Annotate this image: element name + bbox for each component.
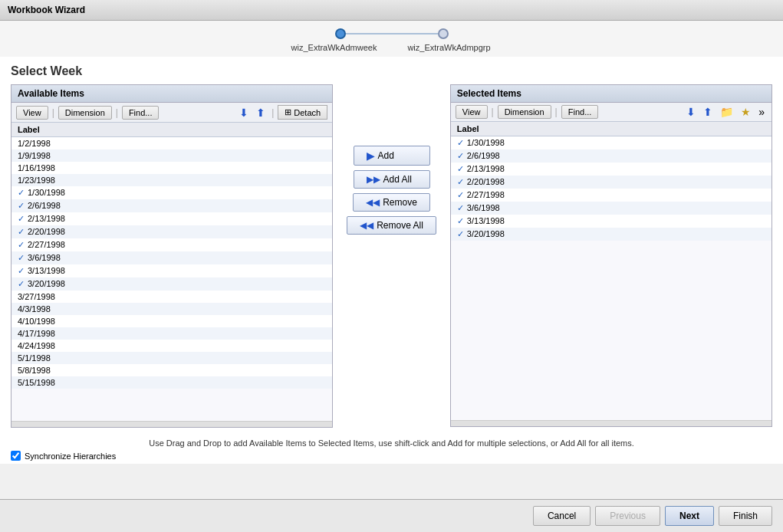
selected-up-arrow[interactable]: ⬆ xyxy=(701,105,715,119)
add-label: Add xyxy=(378,150,394,161)
remove-all-button[interactable]: ◀◀ Remove All xyxy=(347,216,436,235)
available-list-item[interactable]: 2/27/1998 xyxy=(12,238,332,251)
sep2: | xyxy=(116,107,118,118)
available-list-item[interactable]: 4/24/1998 xyxy=(12,340,332,352)
step-label-2: wiz_ExtraWkAdmpgrp xyxy=(392,43,507,52)
add-icon: ▶ xyxy=(367,149,375,162)
available-list-item[interactable]: 1/16/1998 xyxy=(12,162,332,174)
step-dot-2 xyxy=(438,28,449,39)
sync-checkbox[interactable] xyxy=(11,451,21,461)
available-list-item[interactable]: 4/3/1998 xyxy=(12,303,332,315)
available-list-item[interactable]: 2/13/1998 xyxy=(12,212,332,225)
title-bar-label: Workbook Wizard xyxy=(8,5,85,15)
next-button[interactable]: Next xyxy=(665,506,714,526)
available-list-item[interactable]: 5/15/1998 xyxy=(12,376,332,389)
selected-list-item[interactable]: 3/20/1998 xyxy=(451,228,771,241)
available-scrollbar-h[interactable] xyxy=(12,421,332,427)
available-find-button[interactable]: Find... xyxy=(122,106,160,120)
available-panel-header: Available Items xyxy=(12,85,332,103)
selected-down-arrow[interactable]: ⬇ xyxy=(684,105,698,119)
selected-panel-header: Selected Items xyxy=(451,85,771,103)
add-button[interactable]: ▶ Add xyxy=(354,146,430,166)
available-col-header: Label xyxy=(12,123,332,137)
remove-icon: ◀◀ xyxy=(366,197,380,208)
sync-label: Synchronize Hierarchies xyxy=(25,452,116,461)
add-all-icon: ▶▶ xyxy=(367,174,380,185)
selected-find-button[interactable]: Find... xyxy=(561,105,599,119)
available-list-item[interactable]: 1/23/1998 xyxy=(12,174,332,186)
selected-toolbar: View | Dimension | Find... ⬇ ⬆ 📁 ★ » xyxy=(451,103,771,122)
available-list-item[interactable]: 2/6/1998 xyxy=(12,199,332,212)
previous-button[interactable]: Previous xyxy=(595,506,660,526)
selected-col-header: Label xyxy=(451,122,771,136)
remove-button[interactable]: ◀◀ Remove xyxy=(353,193,430,212)
selected-star-icon[interactable]: ★ xyxy=(739,105,753,119)
title-bar: Workbook Wizard xyxy=(0,0,783,21)
sep3: | xyxy=(271,107,274,118)
cancel-button[interactable]: Cancel xyxy=(533,506,591,526)
detach-icon: ⊞ xyxy=(285,107,291,117)
bottom-bar: Cancel Previous Next Finish xyxy=(0,499,783,532)
selected-list-item[interactable]: 1/30/1998 xyxy=(451,136,771,149)
middle-buttons: ▶ Add ▶▶ Add All ◀◀ Remove ◀◀ Remove All xyxy=(341,146,442,235)
panels-container: Available Items View | Dimension | Find.… xyxy=(11,84,772,428)
remove-all-label: Remove All xyxy=(377,220,423,231)
available-list-item[interactable]: 4/10/1998 xyxy=(12,315,332,327)
footer-area: Use Drag and Drop to add Available Items… xyxy=(0,435,783,464)
available-list-item[interactable]: 5/1/1998 xyxy=(12,352,332,364)
selected-list-item[interactable]: 2/20/1998 xyxy=(451,176,771,189)
available-dimension-button[interactable]: Dimension xyxy=(58,106,112,120)
main-content: Select Week Available Items View | Dimen… xyxy=(0,57,783,435)
available-list-item[interactable]: 1/2/1998 xyxy=(12,137,332,149)
selected-list-item[interactable]: 3/13/1998 xyxy=(451,215,771,228)
available-list-item[interactable]: 3/20/1998 xyxy=(12,277,332,291)
add-all-button[interactable]: ▶▶ Add All xyxy=(354,170,430,189)
step-label-1: wiz_ExtraWkAdmweek xyxy=(277,43,392,52)
selected-scrollbar-h[interactable] xyxy=(451,420,771,426)
selected-list-item[interactable]: 3/6/1998 xyxy=(451,202,771,215)
available-list-item[interactable]: 2/20/1998 xyxy=(12,225,332,238)
sep4: | xyxy=(492,107,494,117)
hint-text: Use Drag and Drop to add Available Items… xyxy=(11,438,772,448)
finish-button[interactable]: Finish xyxy=(719,506,772,526)
selected-list-item[interactable]: 2/13/1998 xyxy=(451,163,771,176)
available-toolbar: View | Dimension | Find... ⬇ ⬆ | ⊞ Detac… xyxy=(12,103,332,123)
available-list-item[interactable]: 3/13/1998 xyxy=(12,264,332,277)
step-dot-1 xyxy=(335,28,346,39)
page-title: Select Week xyxy=(11,64,772,78)
available-list-item[interactable]: 1/30/1998 xyxy=(12,186,332,199)
sep1: | xyxy=(52,107,54,118)
selected-list-item[interactable]: 2/27/1998 xyxy=(451,189,771,202)
selected-dimension-button[interactable]: Dimension xyxy=(498,105,551,119)
selected-more-button[interactable]: » xyxy=(756,105,767,119)
available-list-item[interactable]: 5/8/1998 xyxy=(12,364,332,376)
available-detach-button[interactable]: ⊞ Detach xyxy=(278,105,327,120)
remove-all-icon: ◀◀ xyxy=(360,220,373,231)
available-list-item[interactable]: 4/17/1998 xyxy=(12,327,332,340)
selected-list-item[interactable]: 2/6/1998 xyxy=(451,149,771,163)
available-up-arrow[interactable]: ⬆ xyxy=(254,106,268,120)
available-view-button[interactable]: View xyxy=(16,106,48,120)
available-down-arrow[interactable]: ⬇ xyxy=(237,106,251,120)
selected-folder-icon[interactable]: 📁 xyxy=(718,105,735,119)
add-all-label: Add All xyxy=(383,174,412,185)
available-list-item[interactable]: 1/9/1998 xyxy=(12,149,332,162)
step-line xyxy=(346,33,438,34)
remove-label: Remove xyxy=(383,197,417,208)
wizard-steps: wiz_ExtraWkAdmweek wiz_ExtraWkAdmpgrp xyxy=(0,21,783,57)
selected-view-button[interactable]: View xyxy=(456,105,488,119)
sync-check: Synchronize Hierarchies xyxy=(11,451,772,461)
detach-label: Detach xyxy=(294,108,321,117)
available-list-item[interactable]: 3/27/1998 xyxy=(12,291,332,303)
sep5: | xyxy=(555,107,558,117)
available-list[interactable]: 1/2/19981/9/19981/16/19981/23/19981/30/1… xyxy=(12,137,332,421)
selected-panel: Selected Items View | Dimension | Find..… xyxy=(450,84,772,427)
available-panel: Available Items View | Dimension | Find.… xyxy=(11,84,333,428)
selected-list[interactable]: 1/30/19982/6/19982/13/19982/20/19982/27/… xyxy=(451,136,771,420)
available-list-item[interactable]: 3/6/1998 xyxy=(12,251,332,264)
